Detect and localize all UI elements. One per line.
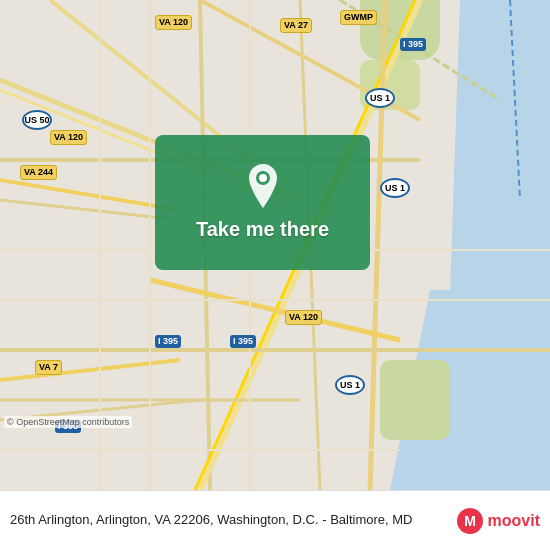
svg-text:M: M	[464, 513, 476, 529]
highway-label-us1-bottom: US 1	[335, 375, 365, 395]
highway-label-i395-bottom-left: I 395	[155, 335, 181, 348]
highway-label-gwmp: GWMP	[340, 10, 377, 25]
take-me-there-button[interactable]: Take me there	[196, 218, 329, 241]
svg-line-24	[510, 0, 520, 200]
moovit-icon: M	[456, 507, 484, 535]
svg-line-15	[150, 280, 400, 340]
highway-label-va27: VA 27	[280, 18, 312, 33]
svg-point-26	[259, 174, 267, 182]
location-pin-icon	[245, 164, 281, 208]
svg-line-17	[0, 360, 180, 380]
moovit-text: moovit	[488, 512, 540, 530]
highway-label-va120-top: VA 120	[155, 15, 192, 30]
address-text: 26th Arlington, Arlington, VA 22206, Was…	[10, 511, 446, 529]
highway-label-va120-bottom: VA 120	[285, 310, 322, 325]
highway-label-us1-mid: US 1	[380, 178, 410, 198]
take-me-there-overlay[interactable]: Take me there	[155, 135, 370, 270]
highway-label-us50: US 50	[22, 110, 52, 130]
moovit-logo: M moovit	[456, 507, 540, 535]
map-container: VA 120VA 27GWMPUS 50VA 120VA 244I 395US …	[0, 0, 550, 490]
highway-label-us1-top: US 1	[365, 88, 395, 108]
svg-line-16	[0, 180, 180, 210]
svg-line-4	[0, 200, 180, 220]
highway-label-va7: VA 7	[35, 360, 62, 375]
highway-label-va120-left: VA 120	[50, 130, 87, 145]
svg-line-9	[370, 0, 385, 490]
highway-label-i395-bottom-right: I 395	[230, 335, 256, 348]
highway-label-va244: VA 244	[20, 165, 57, 180]
bottom-bar: 26th Arlington, Arlington, VA 22206, Was…	[0, 490, 550, 550]
osm-credit: © OpenStreetMap contributors	[4, 416, 132, 428]
highway-label-i395-top: I 395	[400, 38, 426, 51]
